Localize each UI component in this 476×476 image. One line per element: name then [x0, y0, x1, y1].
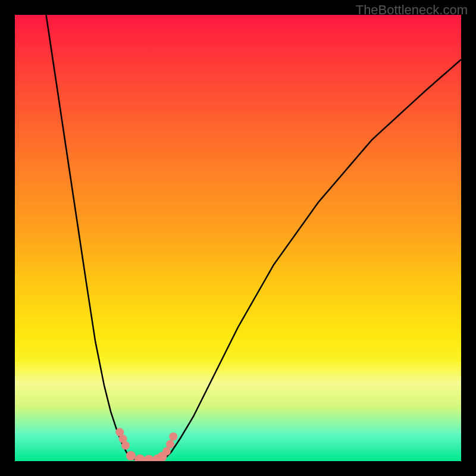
watermark-text: TheBottleneck.com — [356, 2, 468, 18]
data-point-marker — [162, 447, 171, 456]
plot-area — [15, 15, 461, 461]
bottleneck-curve — [46, 15, 462, 461]
data-point-markers — [115, 428, 177, 461]
data-point-marker — [126, 451, 136, 461]
chart-container: TheBottleneck.com — [0, 0, 476, 476]
data-point-marker — [166, 440, 174, 449]
data-point-marker — [121, 441, 130, 450]
data-point-marker — [169, 433, 177, 441]
curve-svg — [15, 15, 461, 461]
